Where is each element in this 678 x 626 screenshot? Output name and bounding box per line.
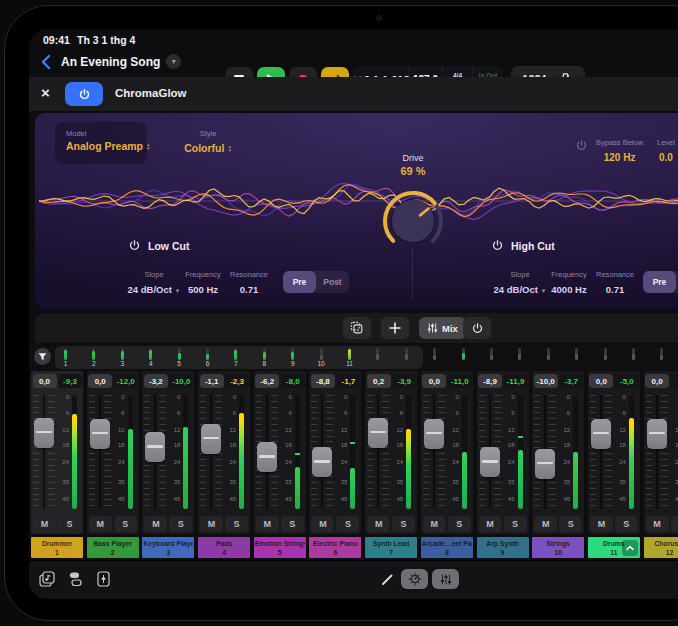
volume-value[interactable]: -8,8 xyxy=(311,374,335,388)
fader-cap[interactable] xyxy=(312,447,332,477)
mixer-view-button[interactable] xyxy=(432,569,459,589)
low-cut-resonance[interactable]: Resonance 0.71 xyxy=(220,270,278,297)
level-value[interactable]: -10,0 xyxy=(169,374,193,388)
level-value[interactable]: -9,3 xyxy=(58,374,82,388)
solo-button[interactable]: S xyxy=(169,516,192,532)
level-value[interactable]: -8,0 xyxy=(281,374,305,388)
track-label[interactable]: Electric Piano6 xyxy=(309,537,361,558)
filter-button[interactable] xyxy=(34,348,51,365)
loop-browser-button[interactable] xyxy=(37,569,57,589)
mute-button[interactable]: M xyxy=(590,516,613,532)
track-label[interactable]: Keyboard Player3 xyxy=(142,537,194,558)
model-selector[interactable]: Model Analog Preamp▲▼ xyxy=(55,122,147,164)
track-label[interactable]: Bass Player2 xyxy=(87,537,139,558)
solo-button[interactable]: S xyxy=(58,516,81,532)
fader-cap[interactable] xyxy=(90,419,110,449)
fader-cap[interactable] xyxy=(34,418,54,448)
song-title-selector[interactable]: An Evening Song ▾ xyxy=(61,54,181,69)
solo-button[interactable]: S xyxy=(504,516,527,532)
level-value[interactable]: -11,9 xyxy=(504,374,528,388)
track-label[interactable]: Arcade…eet Pad8 xyxy=(421,537,473,558)
track-label[interactable]: Arp Synth9 xyxy=(477,537,529,558)
level-control[interactable]: Level 0.0 xyxy=(657,131,678,163)
fader-cap[interactable] xyxy=(535,449,555,479)
back-icon[interactable] xyxy=(39,53,55,71)
mute-button[interactable]: M xyxy=(311,516,334,532)
pre-button[interactable]: Pre xyxy=(283,271,316,293)
level-value[interactable]: -3,7 xyxy=(559,374,583,388)
level-value[interactable]: -2,3 xyxy=(225,374,249,388)
fader-cap[interactable] xyxy=(368,418,388,448)
fader-cap[interactable] xyxy=(647,419,667,449)
volume-value[interactable]: 0,0 xyxy=(589,374,613,388)
track-collapse-button[interactable] xyxy=(622,540,638,556)
volume-value[interactable]: -8,9 xyxy=(478,374,502,388)
solo-button[interactable]: S xyxy=(225,516,248,532)
fader-cap[interactable] xyxy=(257,442,277,472)
bypass-control[interactable]: Bypass Below 120 Hz xyxy=(575,131,643,163)
drive-knob[interactable] xyxy=(375,183,451,259)
fader-cap[interactable] xyxy=(591,419,611,449)
low-cut-power-icon[interactable] xyxy=(128,239,141,252)
volume-value[interactable]: 0,0 xyxy=(33,374,57,388)
drive-control[interactable]: Drive 69 % xyxy=(371,153,455,177)
mix-button[interactable]: Mix xyxy=(419,317,466,339)
solo-button[interactable]: S xyxy=(448,516,471,532)
mute-button[interactable]: M xyxy=(423,516,446,532)
solo-button[interactable]: S xyxy=(615,516,638,532)
track-label[interactable]: Drummer1 xyxy=(31,537,83,558)
mute-button[interactable]: M xyxy=(33,516,56,532)
level-value[interactable]: -3,9 xyxy=(392,374,416,388)
mute-button[interactable]: M xyxy=(479,516,502,532)
volume-value[interactable]: -1,1 xyxy=(200,374,224,388)
track-label[interactable]: Strings10 xyxy=(532,537,584,558)
mute-button[interactable]: M xyxy=(89,516,112,532)
fader-cap[interactable] xyxy=(424,419,444,449)
fader-panel-button[interactable] xyxy=(93,569,113,589)
solo-button[interactable]: S xyxy=(281,516,304,532)
level-value[interactable]: -5,0 xyxy=(615,374,639,388)
solo-button[interactable]: S xyxy=(114,516,137,532)
mute-button[interactable]: M xyxy=(256,516,279,532)
volume-value[interactable]: 0,0 xyxy=(645,374,669,388)
track-label[interactable]: Pads4 xyxy=(198,537,250,558)
volume-value[interactable]: -6,2 xyxy=(255,374,279,388)
high-cut-power-icon[interactable] xyxy=(491,239,504,252)
volume-value[interactable]: 0,2 xyxy=(367,374,391,388)
track-label[interactable]: Synth Lead7 xyxy=(365,537,417,558)
level-value[interactable] xyxy=(671,374,678,388)
duplicate-button[interactable] xyxy=(343,317,371,339)
solo-button[interactable]: S xyxy=(559,516,582,532)
mute-button[interactable]: M xyxy=(646,516,669,532)
track-label[interactable]: Chorus V12 xyxy=(644,537,678,558)
mixer-power-button[interactable] xyxy=(463,317,491,339)
pre-button[interactable]: Pre xyxy=(643,271,676,293)
volume-value[interactable]: 0,0 xyxy=(88,374,112,388)
volume-value[interactable]: 0,0 xyxy=(422,374,446,388)
level-value[interactable]: -12,0 xyxy=(114,374,138,388)
track-label[interactable]: Emotion Strings5 xyxy=(254,537,306,558)
mute-button[interactable]: M xyxy=(367,516,390,532)
edit-pencil-button[interactable] xyxy=(377,569,397,589)
solo-button[interactable]: S xyxy=(671,516,678,532)
post-button[interactable]: Post xyxy=(316,271,349,293)
mute-button[interactable]: M xyxy=(200,516,223,532)
style-selector[interactable]: Style Colorful▲▼ xyxy=(153,122,263,156)
plugin-power-button[interactable] xyxy=(65,82,103,106)
fader-cap[interactable] xyxy=(480,447,500,477)
add-button[interactable] xyxy=(381,317,409,339)
volume-value[interactable]: -10,0 xyxy=(534,374,558,388)
high-cut-resonance[interactable]: Resonance 0.71 xyxy=(586,270,644,297)
level-value[interactable]: -1,7 xyxy=(336,374,360,388)
level-value[interactable]: -11,0 xyxy=(448,374,472,388)
fader-cap[interactable] xyxy=(201,424,221,454)
close-icon[interactable]: × xyxy=(41,84,50,101)
solo-button[interactable]: S xyxy=(336,516,359,532)
volume-value[interactable]: -3,2 xyxy=(144,374,168,388)
controls-view-button[interactable] xyxy=(401,569,428,589)
mute-button[interactable]: M xyxy=(144,516,167,532)
browser-button[interactable] xyxy=(65,569,85,589)
fader-cap[interactable] xyxy=(145,432,165,462)
solo-button[interactable]: S xyxy=(392,516,415,532)
mute-button[interactable]: M xyxy=(534,516,557,532)
